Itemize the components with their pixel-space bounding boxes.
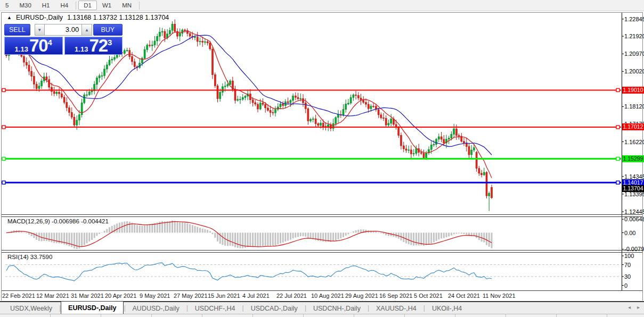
buy-price-big: 72 (89, 37, 108, 54)
price-level-tag: 1.15299 (622, 155, 644, 162)
macd-tick-label: 0.006485 (624, 216, 644, 222)
price-tick-label: 1.22845 (624, 16, 644, 22)
date-tick-label: 10 Aug 2021 (311, 293, 344, 299)
price-level-tag: 1.17012 (622, 123, 644, 130)
status-strip (0, 314, 644, 317)
date-tick-label: 4 Jul 2021 (242, 293, 270, 299)
tab-xauusd-h4[interactable]: XAUUSD-,H4 (369, 302, 423, 314)
tab-usdcnh-daily[interactable]: USDCNH-,Daily (306, 302, 368, 314)
chart-header: ▲ EURUSD-,Daily 1.13168 1.13732 1.13128 … (7, 14, 169, 21)
tab-audusd-daily[interactable]: AUDUSD-,Daily (126, 302, 186, 314)
sell-price-sup: 4 (48, 38, 52, 47)
rsi-tick-label: 70 (624, 262, 631, 268)
sell-button[interactable]: SELL (4, 24, 30, 36)
date-tick-label: 24 Oct 2021 (448, 293, 480, 299)
chart-tab-bar: USDX,Weekly|EURUSD-,Daily|AUDUSD-,Daily|… (0, 301, 644, 314)
rsi-indicator-label: RSI(14) 33.7590 (7, 254, 52, 260)
price-tick-label: 1.12445 (624, 208, 644, 215)
date-tick-label: 22 Jul 2021 (276, 293, 307, 299)
one-click-trade-panel: SELL ▼ 3.00 ▲ BUY 1.13 70 4 1.13 72 3 (4, 24, 123, 55)
sell-price-box[interactable]: 1.13 70 4 (4, 37, 63, 55)
tab-usdx-weekly[interactable]: USDX,Weekly (3, 302, 59, 314)
rsi-tick-label: 0 (624, 282, 627, 289)
tab-scroll-left-icon[interactable]: ◂ (628, 304, 631, 310)
date-tick-label: 29 Aug 2021 (345, 293, 378, 299)
buy-price-box[interactable]: 1.13 72 3 (64, 37, 123, 55)
date-tick-label: 22 Feb 2021 (2, 293, 35, 299)
date-tick-label: 16 Sep 2021 (379, 293, 412, 299)
sell-price-big: 70 (29, 37, 48, 54)
tab-usdcad-daily[interactable]: USDCAD-,Daily (244, 302, 305, 314)
rsi-tick-label: 30 (624, 273, 631, 280)
date-tick-label: 27 May 2021 (174, 293, 208, 299)
date-tick-label: 5 Oct 2021 (414, 293, 443, 299)
volume-increase-button[interactable]: ▲ (81, 24, 92, 36)
rsi-tick-label: 100 (624, 253, 634, 259)
price-tick-label: 1.16220 (624, 139, 644, 145)
date-tick-label: 31 Mar 2021 (71, 293, 104, 299)
chart-symbol-title: EURUSD-,Daily (16, 14, 63, 21)
rsi-plot (6, 263, 492, 281)
sell-price-prefix: 1.13 (15, 45, 28, 53)
buy-button[interactable]: BUY (93, 24, 123, 36)
price-tick-label: 1.20020 (624, 68, 644, 74)
collapse-chart-icon[interactable]: ▲ (7, 15, 12, 20)
date-tick-label: 9 May 2021 (140, 293, 170, 299)
price-level-tag: 1.13704 (622, 185, 644, 192)
price-tick-label: 1.20970 (624, 51, 644, 57)
tab-usdchf-h4[interactable]: USDCHF-,H4 (188, 302, 242, 314)
macd-tick-label: 0.00 (624, 230, 635, 236)
date-tick-label: 11 Nov 2021 (483, 293, 516, 299)
macd-plot (6, 221, 493, 249)
mt4-window: 5M30H1H4D1W1MN ▲ EURUSD-,Daily 1.13168 1… (0, 0, 644, 317)
date-tick-label: 20 Apr 2021 (105, 293, 136, 299)
price-tick-label: 1.18120 (624, 103, 644, 110)
volume-field[interactable]: 3.00 (45, 24, 81, 36)
date-tick-label: 12 Mar 2021 (36, 293, 69, 299)
macd-indicator-label: MACD(12,26,9) -0.006986 -0.004421 (7, 218, 109, 224)
volume-decrease-button[interactable]: ▼ (35, 24, 45, 36)
buy-price-prefix: 1.13 (75, 45, 88, 53)
price-level-tag: 1.19010 (622, 87, 644, 94)
tab-eurusd-daily[interactable]: EURUSD-,Daily (61, 301, 124, 314)
tab-scroll-right-icon[interactable]: ▸ (637, 304, 640, 310)
date-tick-label: 15 Jun 2021 (208, 293, 240, 299)
tab-scroll-arrows: ◂ ▸ (628, 304, 640, 310)
macd-tick-label: -0.007947 (624, 246, 644, 252)
tab-ukoil-h4[interactable]: UKOil-,H4 (425, 302, 469, 314)
buy-price-sup: 3 (108, 38, 112, 47)
chart-ohlc-values: 1.13168 1.13732 1.13128 1.13704 (67, 14, 169, 21)
price-tick-label: 1.21920 (624, 33, 644, 39)
